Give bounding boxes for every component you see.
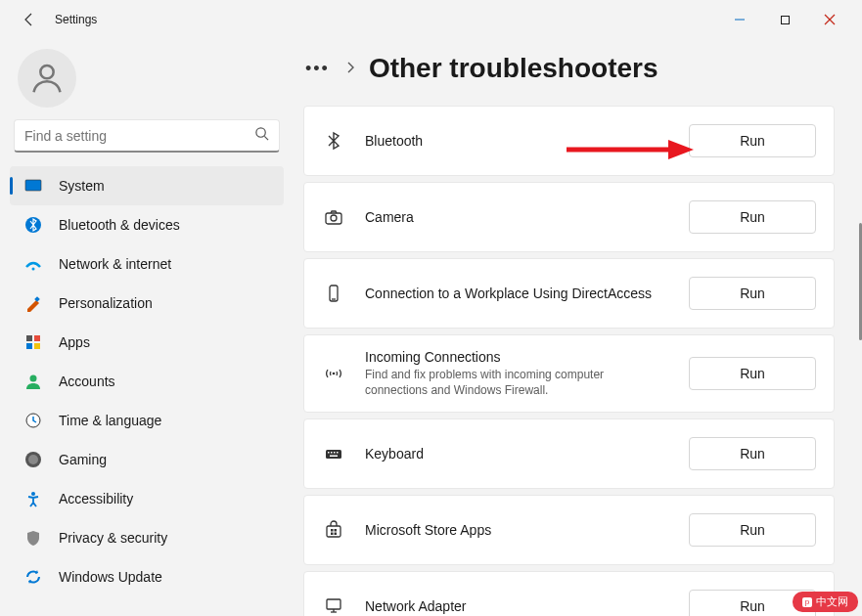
sidebar: System Bluetooth & devices Network & int… bbox=[0, 39, 294, 616]
svg-rect-26 bbox=[326, 450, 341, 459]
run-button-bluetooth[interactable]: Run bbox=[689, 124, 816, 157]
run-button-keyboard[interactable]: Run bbox=[689, 437, 816, 470]
monitor-icon bbox=[322, 594, 345, 616]
svg-point-16 bbox=[30, 375, 37, 382]
svg-rect-31 bbox=[330, 456, 338, 458]
nav-label: Privacy & security bbox=[59, 530, 167, 546]
svg-point-25 bbox=[333, 373, 336, 375]
personalization-icon bbox=[23, 293, 43, 313]
network-icon bbox=[23, 254, 43, 274]
main-content: ••• Other troubleshooters Bluetooth Run … bbox=[294, 39, 862, 616]
breadcrumb-ellipsis[interactable]: ••• bbox=[303, 55, 332, 83]
troubleshooter-title: Bluetooth bbox=[365, 133, 669, 149]
store-icon bbox=[322, 518, 345, 542]
nav-item-system[interactable]: System bbox=[10, 166, 284, 205]
svg-rect-33 bbox=[331, 529, 334, 532]
troubleshooter-keyboard: Keyboard Run bbox=[303, 418, 835, 489]
accessibility-icon bbox=[23, 489, 43, 508]
svg-rect-7 bbox=[25, 180, 41, 191]
nav-item-privacy[interactable]: Privacy & security bbox=[10, 518, 284, 557]
run-button-incoming[interactable]: Run bbox=[689, 357, 816, 390]
svg-rect-29 bbox=[334, 452, 336, 454]
titlebar: Settings bbox=[0, 0, 862, 39]
nav-label: Network & internet bbox=[59, 256, 171, 272]
run-button-camera[interactable]: Run bbox=[689, 200, 816, 234]
troubleshooter-title: Network Adapter bbox=[365, 598, 669, 614]
nav-item-apps[interactable]: Apps bbox=[10, 323, 284, 362]
troubleshooter-title: Keyboard bbox=[365, 446, 669, 462]
svg-rect-34 bbox=[335, 529, 338, 532]
troubleshooter-bluetooth: Bluetooth Run bbox=[303, 106, 835, 176]
nav-item-bluetooth[interactable]: Bluetooth & devices bbox=[10, 205, 284, 244]
minimize-button[interactable] bbox=[717, 4, 762, 35]
svg-rect-30 bbox=[337, 452, 339, 454]
app-title: Settings bbox=[55, 13, 97, 26]
nav-label: Windows Update bbox=[59, 569, 162, 585]
troubleshooter-incoming: Incoming Connections Find and fix proble… bbox=[303, 334, 835, 413]
svg-point-22 bbox=[331, 215, 337, 221]
nav-label: System bbox=[59, 178, 105, 194]
svg-rect-28 bbox=[331, 452, 333, 454]
nav-item-update[interactable]: Windows Update bbox=[10, 557, 284, 596]
close-button[interactable] bbox=[807, 4, 852, 35]
maximize-button[interactable] bbox=[762, 4, 807, 35]
svg-rect-36 bbox=[335, 533, 338, 536]
svg-rect-1 bbox=[781, 16, 789, 23]
bluetooth-icon bbox=[23, 215, 43, 235]
svg-point-4 bbox=[40, 66, 53, 78]
svg-point-19 bbox=[28, 455, 38, 464]
svg-point-10 bbox=[32, 268, 35, 271]
privacy-icon bbox=[23, 528, 43, 548]
watermark: p 中文网 bbox=[793, 592, 858, 612]
svg-rect-12 bbox=[26, 335, 32, 341]
nav-item-accessibility[interactable]: Accessibility bbox=[10, 479, 284, 518]
svg-rect-35 bbox=[331, 533, 334, 536]
mobile-icon bbox=[322, 282, 345, 305]
troubleshooter-network: Network Adapter Run bbox=[303, 571, 835, 616]
svg-line-6 bbox=[264, 136, 268, 140]
camera-icon bbox=[322, 205, 345, 229]
troubleshooter-store: Microsoft Store Apps Run bbox=[303, 495, 835, 565]
window-controls bbox=[717, 4, 852, 35]
nav-label: Bluetooth & devices bbox=[59, 217, 180, 233]
search-box[interactable] bbox=[14, 119, 280, 153]
run-button-store[interactable]: Run bbox=[689, 513, 816, 547]
time-icon bbox=[23, 411, 43, 430]
apps-icon bbox=[23, 332, 43, 352]
gaming-icon bbox=[23, 450, 43, 469]
signal-icon bbox=[322, 362, 345, 385]
system-icon bbox=[23, 176, 43, 196]
nav-item-time[interactable]: Time & language bbox=[10, 401, 284, 440]
svg-rect-15 bbox=[34, 343, 40, 349]
troubleshooter-title: Camera bbox=[365, 209, 669, 225]
nav-item-accounts[interactable]: Accounts bbox=[10, 362, 284, 401]
troubleshooter-title: Microsoft Store Apps bbox=[365, 522, 669, 538]
breadcrumb: ••• Other troubleshooters bbox=[303, 53, 835, 84]
troubleshooter-title: Connection to a Workplace Using DirectAc… bbox=[365, 286, 669, 301]
chevron-right-icon bbox=[345, 61, 355, 77]
troubleshooter-camera: Camera Run bbox=[303, 182, 835, 252]
troubleshooter-subtitle: Find and fix problems with incoming comp… bbox=[365, 367, 669, 398]
back-button[interactable] bbox=[10, 0, 49, 39]
nav-item-gaming[interactable]: Gaming bbox=[10, 440, 284, 479]
page-title: Other troubleshooters bbox=[369, 53, 658, 84]
keyboard-icon bbox=[322, 442, 345, 465]
nav-label: Personalization bbox=[59, 295, 153, 311]
nav-label: Gaming bbox=[59, 452, 107, 467]
nav-label: Time & language bbox=[59, 413, 161, 428]
svg-rect-13 bbox=[34, 335, 40, 341]
troubleshooter-workplace: Connection to a Workplace Using DirectAc… bbox=[303, 258, 835, 329]
watermark-text: 中文网 bbox=[816, 594, 848, 609]
nav-item-personalization[interactable]: Personalization bbox=[10, 284, 284, 323]
nav-item-network[interactable]: Network & internet bbox=[10, 244, 284, 284]
nav-label: Apps bbox=[59, 334, 90, 350]
troubleshooter-title: Incoming Connections bbox=[365, 349, 669, 365]
svg-point-5 bbox=[256, 128, 265, 137]
svg-point-20 bbox=[31, 492, 35, 496]
svg-rect-37 bbox=[327, 599, 340, 609]
svg-rect-32 bbox=[327, 526, 340, 537]
search-input[interactable] bbox=[24, 128, 254, 144]
run-button-workplace[interactable]: Run bbox=[689, 277, 816, 310]
nav-label: Accounts bbox=[59, 374, 115, 389]
avatar[interactable] bbox=[18, 49, 76, 108]
